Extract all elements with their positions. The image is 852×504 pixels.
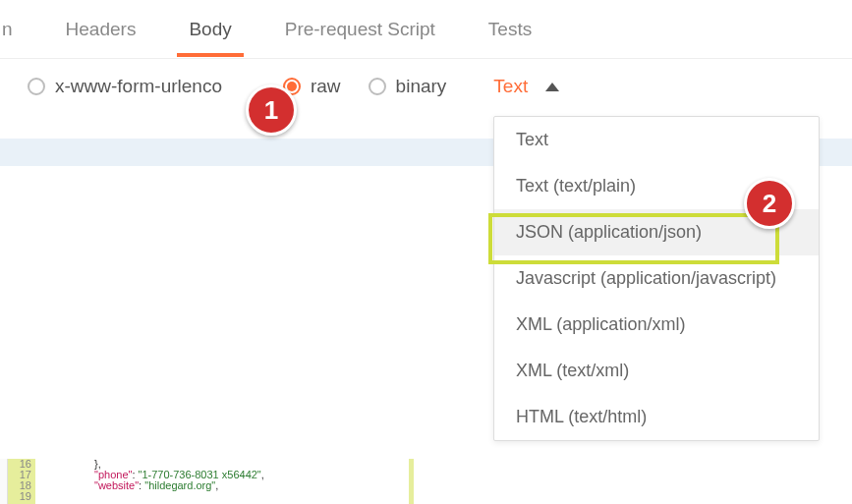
body-type-row: x-www-form-urlenco raw binary Text <box>0 59 852 114</box>
caret-up-icon <box>545 83 559 91</box>
callout-2: 2 <box>744 178 795 229</box>
format-dropdown-label: Text <box>493 76 528 97</box>
format-dropdown-menu: Text Text (text/plain) JSON (application… <box>493 116 820 441</box>
tab-body[interactable]: Body <box>181 2 239 56</box>
tab-partial[interactable]: n <box>0 2 21 56</box>
radio-label-binary: binary <box>396 76 447 97</box>
callout-1: 1 <box>246 84 297 136</box>
line-gutter: 16 17 18 19 <box>8 459 35 504</box>
tab-headers[interactable]: Headers <box>58 2 144 56</box>
radio-label-raw: raw <box>311 76 341 97</box>
gutter-margin <box>0 459 8 504</box>
dropdown-item-text[interactable]: Text <box>494 117 819 163</box>
dropdown-item-xml-app[interactable]: XML (application/xml) <box>494 302 819 348</box>
line-num-19: 19 <box>12 491 31 502</box>
radio-urlencoded[interactable]: x-www-form-urlenco <box>28 76 222 97</box>
code-val-website: "hildegard.org" <box>144 479 215 491</box>
code-marker <box>409 459 414 504</box>
dropdown-item-xml-text[interactable]: XML (text/xml) <box>494 348 819 394</box>
dropdown-item-javascript[interactable]: Javascript (application/javascript) <box>494 255 819 302</box>
code-key-website: "website" <box>94 479 139 491</box>
request-tabs: n Headers Body Pre-request Script Tests <box>0 0 852 59</box>
radio-label-urlencoded: x-www-form-urlenco <box>55 76 222 97</box>
code-content[interactable]: }, "phone": "1-770-736-8031 x56442", "we… <box>35 459 264 504</box>
radio-icon <box>369 78 386 95</box>
tab-tests[interactable]: Tests <box>481 2 540 56</box>
code-editor[interactable]: 16 17 18 19 }, "phone": "1-770-736-8031 … <box>0 459 852 504</box>
format-dropdown-trigger[interactable]: Text <box>493 76 559 97</box>
dropdown-item-html[interactable]: HTML (text/html) <box>494 394 819 440</box>
radio-binary[interactable]: binary <box>369 76 447 97</box>
radio-icon <box>28 78 45 95</box>
tab-prerequest[interactable]: Pre-request Script <box>277 2 443 56</box>
